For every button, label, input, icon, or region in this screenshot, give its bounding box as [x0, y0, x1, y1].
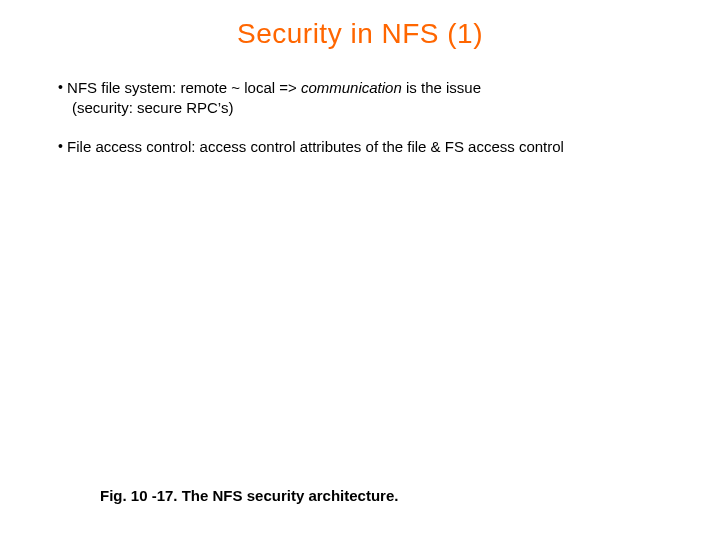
bullet-item: • NFS file system: remote ~ local => com…: [58, 78, 690, 119]
slide: Security in NFS (1) • NFS file system: r…: [0, 0, 720, 540]
bullet-mark-icon: •: [58, 137, 63, 156]
bullet-mark-icon: •: [58, 78, 63, 97]
bullet-text: NFS file system: remote ~ local => commu…: [58, 79, 690, 119]
figure-caption: Fig. 10 -17. The NFS security architectu…: [100, 487, 398, 504]
bullet-subtext: (security: secure RPC’s): [72, 98, 690, 118]
bullet-text-emphasis: communication: [301, 79, 402, 96]
page-title: Security in NFS (1): [0, 18, 720, 50]
bullet-list: • NFS file system: remote ~ local => com…: [58, 78, 690, 175]
bullet-text-prefix: NFS file system: remote ~ local =>: [67, 79, 301, 96]
bullet-item: • File access control: access control at…: [58, 137, 690, 157]
bullet-text-suffix: is the issue: [402, 79, 481, 96]
bullet-text: File access control: access control attr…: [67, 138, 564, 155]
